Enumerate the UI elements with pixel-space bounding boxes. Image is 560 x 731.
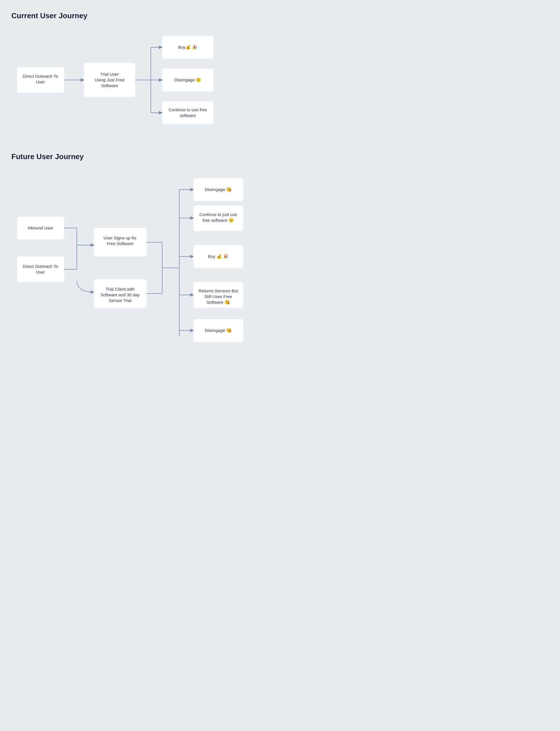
svg-text:User: User: [36, 79, 45, 84]
svg-text:Trial Client with: Trial Client with: [106, 287, 135, 291]
future-journey-section: Future User Journey Inbound User Direct …: [11, 152, 549, 350]
svg-text:Inbound User: Inbound User: [28, 225, 53, 230]
future-journey-title: Future User Journey: [11, 152, 549, 161]
svg-text:Returns Sensors But: Returns Sensors But: [199, 288, 238, 293]
svg-text:Still Uses Free: Still Uses Free: [204, 294, 232, 299]
svg-text:Continue to just use: Continue to just use: [199, 212, 237, 217]
svg-text:software: software: [180, 113, 196, 118]
svg-text:Continue to use free: Continue to use free: [168, 107, 207, 112]
svg-text:User: User: [36, 269, 45, 274]
svg-text:Using Just Free: Using Just Free: [94, 77, 124, 82]
current-journey-diagram: Direct Outreach To User Trial User Using…: [11, 32, 228, 128]
svg-text:Direct Outreach To: Direct Outreach To: [23, 264, 58, 269]
svg-text:Trial User: Trial User: [100, 72, 119, 77]
svg-text:Disengage 😘: Disengage 😘: [205, 187, 232, 192]
svg-text:Direct Outreach To: Direct Outreach To: [23, 74, 58, 79]
svg-text:Software and 30 day: Software and 30 day: [100, 292, 140, 297]
svg-rect-19: [17, 256, 64, 282]
svg-text:Buy 💰 🎉: Buy 💰 🎉: [208, 254, 228, 259]
svg-text:free software 😐: free software 😐: [203, 218, 234, 223]
svg-text:Sensor Trial: Sensor Trial: [109, 298, 131, 303]
svg-text:User Signs up for: User Signs up for: [104, 235, 137, 240]
svg-text:Disengage 😘: Disengage 😘: [205, 328, 232, 333]
svg-text:Buy💰 🎉: Buy💰 🎉: [178, 45, 197, 50]
current-journey-section: Current User Journey Direct Outreach To …: [11, 11, 549, 129]
future-journey-diagram: Inbound User Direct Outreach To User Use…: [11, 172, 245, 349]
svg-text:Disengage 😐: Disengage 😐: [174, 77, 201, 83]
svg-text:Software: Software: [101, 83, 118, 88]
svg-rect-14: [162, 101, 213, 124]
svg-text:Software 😘: Software 😘: [207, 300, 230, 305]
current-journey-title: Current User Journey: [11, 11, 549, 20]
svg-text:Free Software: Free Software: [107, 241, 133, 246]
